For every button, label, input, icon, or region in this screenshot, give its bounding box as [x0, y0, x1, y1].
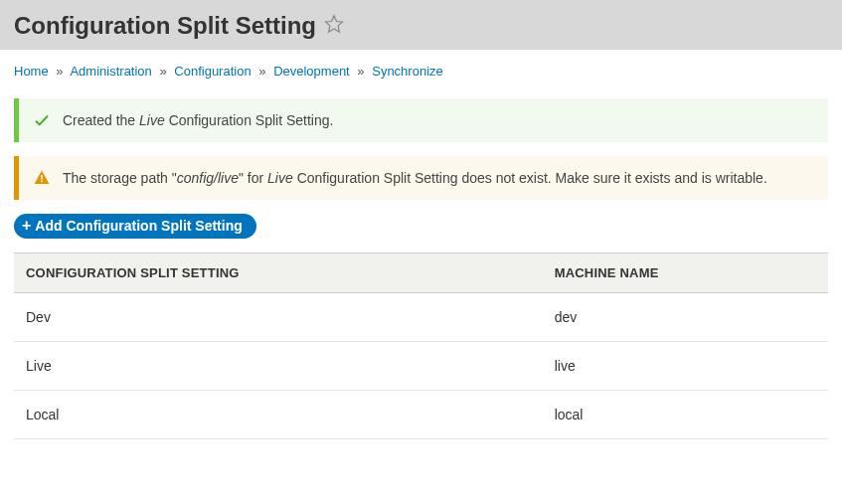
table-row[interactable]: Live live [14, 342, 828, 391]
svg-marker-0 [326, 16, 343, 33]
add-configuration-split-button[interactable]: + Add Configuration Split Setting [14, 214, 256, 239]
success-text-em: Live [139, 112, 165, 128]
breadcrumb: Home » Administration » Configuration » … [0, 50, 842, 84]
breadcrumb-separator: » [254, 64, 269, 79]
cell-machine: live [543, 342, 828, 391]
warning-text-name: Live [267, 170, 293, 186]
cell-name: Dev [14, 293, 543, 342]
status-message-warning: The storage path "config/live" for Live … [14, 156, 828, 200]
page-title-row: Configuration Split Setting [14, 12, 828, 40]
config-split-table: Configuration Split Setting Machine Name… [14, 252, 828, 439]
warning-text-path: config/live [177, 170, 239, 186]
page-header: Configuration Split Setting [0, 0, 842, 50]
success-text-suffix: Configuration Split Setting. [165, 112, 334, 128]
svg-rect-1 [41, 175, 43, 180]
warning-text-suffix: Configuration Split Setting does not exi… [293, 170, 767, 186]
main-content: Created the Live Configuration Split Set… [0, 84, 842, 453]
breadcrumb-separator: » [52, 64, 67, 79]
breadcrumb-separator: » [353, 64, 368, 79]
success-text-prefix: Created the [63, 112, 139, 128]
table-header-row: Configuration Split Setting Machine Name [14, 253, 828, 293]
breadcrumb-link-home[interactable]: Home [14, 64, 49, 79]
status-message-success: Created the Live Configuration Split Set… [14, 98, 828, 142]
cell-name: Local [14, 391, 543, 439]
warning-triangle-icon [33, 169, 51, 187]
col-header-machine: Machine Name [543, 253, 828, 293]
breadcrumb-separator: » [155, 64, 170, 79]
star-outline-icon[interactable] [324, 12, 344, 40]
add-button-label: Add Configuration Split Setting [35, 218, 242, 234]
cell-name: Live [14, 342, 543, 391]
breadcrumb-link-administration[interactable]: Administration [70, 64, 151, 79]
svg-rect-2 [41, 181, 43, 183]
warning-text-prefix: The storage path " [63, 170, 177, 186]
cell-machine: dev [543, 293, 828, 342]
cell-machine: local [543, 391, 828, 439]
breadcrumb-link-configuration[interactable]: Configuration [174, 64, 251, 79]
table-row[interactable]: Local local [14, 391, 828, 439]
page-title: Configuration Split Setting [14, 12, 316, 40]
table-row[interactable]: Dev dev [14, 293, 828, 342]
warning-text-mid: " for [239, 170, 267, 186]
col-header-name: Configuration Split Setting [14, 253, 543, 293]
plus-icon: + [22, 218, 31, 234]
breadcrumb-link-development[interactable]: Development [273, 64, 350, 79]
check-icon [33, 111, 51, 129]
breadcrumb-link-synchronize[interactable]: Synchronize [372, 64, 443, 79]
